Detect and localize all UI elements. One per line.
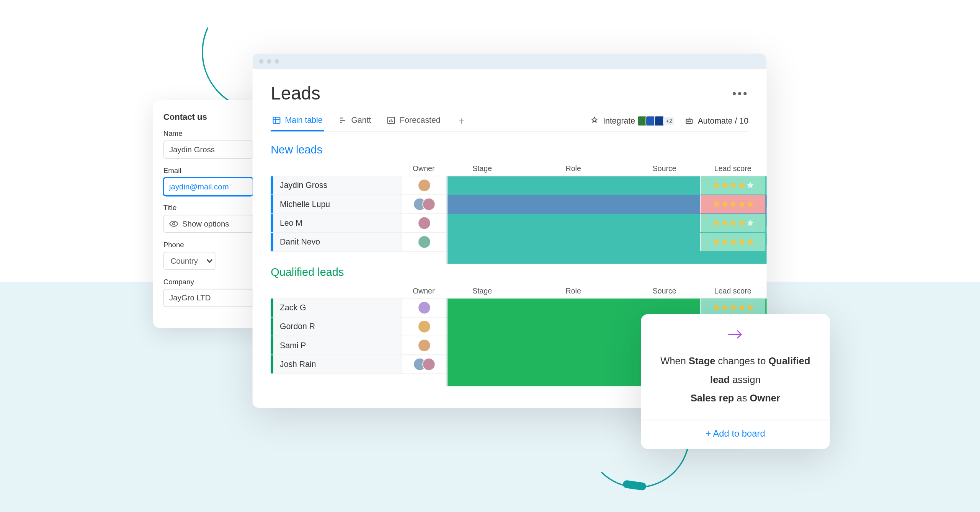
avatar[interactable] xyxy=(418,179,431,192)
avatar[interactable] xyxy=(418,301,431,314)
star-icon xyxy=(721,201,728,208)
star-icon xyxy=(712,238,720,246)
more-menu-button[interactable]: ••• xyxy=(732,87,748,101)
eye-icon xyxy=(169,219,178,228)
lead-name-cell[interactable]: Josh Rain xyxy=(271,355,401,373)
col-role[interactable]: Role xyxy=(518,165,629,172)
tab-forecasted[interactable]: Forecasted xyxy=(385,111,442,131)
tab-main-table[interactable]: Main table xyxy=(271,111,324,131)
chart-icon xyxy=(387,116,396,125)
automate-button[interactable]: Automate / 10 xyxy=(684,116,748,126)
automation-recipe-card: When Stage changes to Qualified lead ass… xyxy=(641,314,830,448)
star-icon xyxy=(729,238,737,246)
divider xyxy=(641,419,830,420)
integrate-button[interactable]: Integrate +2 xyxy=(589,116,675,126)
name-field[interactable] xyxy=(163,140,253,159)
star-icon xyxy=(729,181,737,189)
star-icon xyxy=(721,181,728,189)
svg-point-4 xyxy=(688,121,689,122)
phone-label: Phone xyxy=(163,241,253,248)
owner-cell[interactable] xyxy=(401,298,446,317)
title-select[interactable]: Show options xyxy=(163,215,253,233)
add-to-board-button[interactable]: + Add to board xyxy=(657,428,814,438)
star-icon xyxy=(746,238,754,246)
lead-name-cell[interactable]: Jaydin Gross xyxy=(271,176,401,195)
email-label: Email xyxy=(163,166,253,174)
avatar[interactable] xyxy=(418,217,431,230)
add-view-button[interactable]: + xyxy=(455,115,469,127)
owner-cell[interactable] xyxy=(401,176,446,195)
star-icon xyxy=(738,238,745,246)
svg-point-0 xyxy=(173,223,175,225)
table-row[interactable]: Danit Nevo New lead danitnevo@mail.com L… xyxy=(271,232,748,252)
col-source[interactable]: Source xyxy=(629,287,700,295)
col-owner[interactable]: Owner xyxy=(401,287,446,295)
owner-cell[interactable] xyxy=(401,336,446,355)
group-title[interactable]: New leads xyxy=(271,144,748,157)
star-icon xyxy=(746,181,754,189)
contact-title: Contact us xyxy=(163,112,253,122)
score-cell[interactable] xyxy=(700,214,765,232)
lead-name-cell[interactable]: Leo M xyxy=(271,214,401,232)
avatar[interactable] xyxy=(418,235,431,248)
lead-name-cell[interactable]: Michelle Lupu xyxy=(271,195,401,214)
avatar[interactable] xyxy=(418,320,431,333)
star-icon xyxy=(729,201,737,208)
score-cell[interactable] xyxy=(700,195,765,214)
star-icon xyxy=(746,201,754,208)
star-icon xyxy=(721,238,728,246)
col-stage[interactable]: Stage xyxy=(446,165,518,172)
table-row[interactable]: Jaydin Gross New lead COO LinkedIn xyxy=(271,176,748,195)
star-icon xyxy=(721,304,728,311)
owner-cell[interactable] xyxy=(401,355,446,373)
star-icon xyxy=(712,181,720,189)
star-icon xyxy=(721,219,728,227)
avatar[interactable] xyxy=(422,358,435,371)
col-owner[interactable]: Owner xyxy=(401,165,446,172)
owner-cell[interactable] xyxy=(401,214,446,232)
email-field[interactable] xyxy=(163,178,253,196)
owner-cell[interactable] xyxy=(401,233,446,251)
table-row[interactable]: Michelle Lupu Contacted lupu@mail.com Ev… xyxy=(271,194,748,214)
avatar[interactable] xyxy=(422,198,435,211)
lead-name-cell[interactable]: Sami P xyxy=(271,336,401,355)
star-icon xyxy=(729,304,737,311)
star-icon xyxy=(738,304,745,311)
col-stage[interactable]: Stage xyxy=(446,287,518,295)
owner-cell[interactable] xyxy=(401,318,446,336)
col-score[interactable]: Lead score xyxy=(700,165,765,172)
owner-cell[interactable] xyxy=(401,195,446,214)
company-field[interactable] xyxy=(163,289,253,307)
traffic-light-icon xyxy=(267,59,271,64)
phone-country-select[interactable]: Country xyxy=(163,252,216,270)
star-icon xyxy=(746,304,754,311)
col-score[interactable]: Lead score xyxy=(700,287,765,295)
title-label: Title xyxy=(163,204,253,211)
score-cell[interactable] xyxy=(700,233,765,251)
integrate-icon xyxy=(589,116,599,126)
column-headers: name Owner Stage Role Source Lead score … xyxy=(271,283,748,299)
star-icon xyxy=(712,219,720,227)
svg-rect-1 xyxy=(273,117,280,124)
traffic-light-icon xyxy=(259,59,264,64)
lead-name-cell[interactable]: Zack G xyxy=(271,298,401,317)
group-title[interactable]: Qualified leads xyxy=(271,266,748,279)
star-icon xyxy=(738,219,745,227)
window-titlebar xyxy=(253,53,767,69)
col-source[interactable]: Source xyxy=(629,165,700,172)
star-icon xyxy=(738,181,745,189)
lead-name-cell[interactable]: Gordon R xyxy=(271,318,401,336)
tab-gantt[interactable]: Gantt xyxy=(337,111,372,131)
name-label: Name xyxy=(163,129,253,137)
table-icon xyxy=(272,116,281,125)
avatar[interactable] xyxy=(418,339,431,352)
svg-rect-3 xyxy=(686,119,693,124)
score-cell[interactable] xyxy=(700,176,765,195)
automation-description: When Stage changes to Qualified lead ass… xyxy=(657,352,814,408)
col-role[interactable]: Role xyxy=(518,287,629,295)
lead-name-cell[interactable]: Danit Nevo xyxy=(271,233,401,251)
table-row[interactable]: Leo M New lead leom@mail.com Cold outrea… xyxy=(271,214,748,233)
star-icon xyxy=(746,219,754,227)
robot-icon xyxy=(684,116,694,126)
star-icon xyxy=(712,201,720,208)
